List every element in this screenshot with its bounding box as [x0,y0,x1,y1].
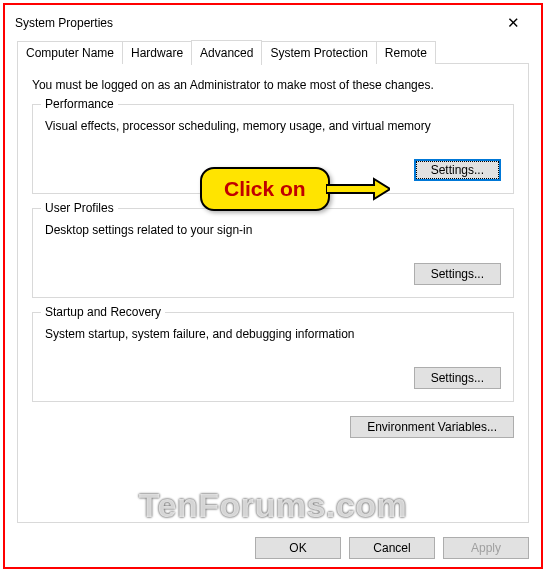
system-properties-window: System Properties ✕ Computer Name Hardwa… [5,5,541,567]
group-startup-label: Startup and Recovery [41,305,165,319]
group-performance-desc: Visual effects, processor scheduling, me… [45,119,501,133]
intro-text: You must be logged on as an Administrato… [32,78,514,92]
tab-hardware[interactable]: Hardware [122,41,192,64]
tab-system-protection[interactable]: System Protection [261,41,376,64]
group-performance: Performance Visual effects, processor sc… [32,104,514,194]
group-startup-desc: System startup, system failure, and debu… [45,327,501,341]
titlebar: System Properties ✕ [5,5,541,41]
close-icon[interactable]: ✕ [493,14,533,32]
group-performance-label: Performance [41,97,118,111]
dialog-button-row: OK Cancel Apply [255,537,529,559]
tab-strip: Computer Name Hardware Advanced System P… [17,41,529,64]
tab-panel-advanced: You must be logged on as an Administrato… [17,63,529,523]
group-user-profiles-desc: Desktop settings related to your sign-in [45,223,501,237]
environment-variables-button[interactable]: Environment Variables... [350,416,514,438]
window-title: System Properties [15,16,113,30]
tab-advanced[interactable]: Advanced [191,40,262,65]
startup-settings-button[interactable]: Settings... [414,367,501,389]
group-user-profiles: User Profiles Desktop settings related t… [32,208,514,298]
cancel-button[interactable]: Cancel [349,537,435,559]
tab-computer-name[interactable]: Computer Name [17,41,123,64]
tab-remote[interactable]: Remote [376,41,436,64]
apply-button[interactable]: Apply [443,537,529,559]
ok-button[interactable]: OK [255,537,341,559]
group-startup-recovery: Startup and Recovery System startup, sys… [32,312,514,402]
group-user-profiles-label: User Profiles [41,201,118,215]
user-profiles-settings-button[interactable]: Settings... [414,263,501,285]
performance-settings-button[interactable]: Settings... [414,159,501,181]
